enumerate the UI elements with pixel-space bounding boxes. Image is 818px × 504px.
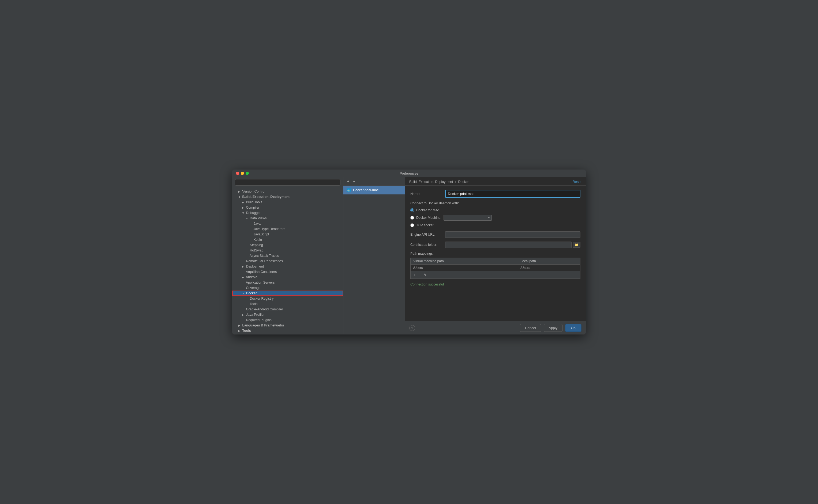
close-button[interactable] — [236, 172, 239, 175]
path-mappings-label: Path mappings: — [410, 252, 580, 255]
middle-toolbar: + − — [343, 177, 405, 186]
right-panel: Build, Execution, Deployment › Docker Re… — [405, 177, 586, 334]
radio-tcp-socket[interactable] — [410, 223, 414, 227]
vm-path-value: /Users — [411, 265, 518, 271]
mappings-table: Virtual machine path Local path /Users /… — [410, 258, 580, 271]
add-mapping-button[interactable]: + — [412, 272, 416, 277]
engine-api-label: Engine API URL: — [410, 233, 445, 236]
tree-item-java-type-renderers[interactable]: ▶ Java Type Renderers — [232, 226, 343, 232]
settings-tree: ▶ Version Control ▼ Build, Execution, De… — [232, 188, 343, 334]
breadcrumb-current: Docker — [458, 180, 469, 184]
right-header: Build, Execution, Deployment › Docker Re… — [405, 177, 586, 186]
tree-item-tools-docker[interactable]: ▶ Tools — [232, 301, 343, 307]
search-input[interactable] — [235, 179, 340, 186]
tree-item-arquillian[interactable]: ▶ Arquillian Containers — [232, 269, 343, 274]
tree-item-debugger[interactable]: ▼ Debugger — [232, 210, 343, 216]
tree-item-languages-frameworks[interactable]: ▶ Languages & Frameworks — [232, 323, 343, 328]
add-docker-button[interactable]: + — [346, 179, 350, 184]
tree-item-deployment[interactable]: ▶ Deployment — [232, 264, 343, 269]
maximize-button[interactable] — [246, 172, 249, 175]
mappings-toolbar: + − ✎ — [410, 271, 580, 279]
radio-label-tcp-socket: TCP socket — [416, 223, 433, 227]
mapping-row: /Users /Users — [411, 265, 580, 271]
tree-item-gradle-android[interactable]: ▶ Gradle-Android Compiler — [232, 307, 343, 312]
tree-item-javascript[interactable]: ▶ JavaScript — [232, 232, 343, 237]
tree-item-required-plugins[interactable]: ▶ Required Plugins — [232, 317, 343, 323]
remove-docker-button[interactable]: − — [352, 179, 356, 184]
tree-item-docker-registry[interactable]: ▶ Docker Registry — [232, 296, 343, 301]
tree-item-stepping[interactable]: ▶ Stepping — [232, 242, 343, 248]
remove-mapping-button[interactable]: − — [418, 272, 422, 277]
edit-mapping-button[interactable]: ✎ — [423, 272, 428, 277]
radio-label-docker-mac: Docker for Mac — [416, 208, 439, 212]
vm-path-header: Virtual machine path — [411, 258, 518, 265]
radio-docker-machine[interactable] — [410, 216, 414, 220]
radio-docker-mac[interactable] — [410, 208, 414, 212]
help-button[interactable]: ? — [409, 325, 415, 331]
tree-item-build-execution[interactable]: ▼ Build, Execution, Deployment — [232, 194, 343, 200]
reset-button[interactable]: Reset — [572, 180, 581, 184]
local-path-value: /Users — [518, 265, 580, 271]
cancel-button[interactable]: Cancel — [520, 324, 541, 332]
minimize-button[interactable] — [241, 172, 244, 175]
radio-group: Docker for Mac Docker Machine: — [410, 208, 580, 227]
path-mappings-section: Path mappings: Virtual machine path Loca… — [410, 252, 580, 279]
connection-status: Connection successful — [410, 283, 580, 286]
local-path-header: Local path — [518, 258, 580, 265]
tree-item-docker[interactable]: ▼ Docker — [232, 291, 343, 296]
tree-item-remote-jar[interactable]: ▶ Remote Jar Repositories — [232, 258, 343, 264]
tree-item-java-profiler[interactable]: ▶ Java Profiler — [232, 312, 343, 317]
tree-item-java[interactable]: ▶ Java — [232, 221, 343, 226]
bottom-bar: ? Cancel Apply OK — [405, 321, 586, 334]
tree-item-build-tools[interactable]: ▶ Build Tools — [232, 200, 343, 205]
ok-button[interactable]: OK — [565, 324, 581, 332]
radio-row-docker-mac: Docker for Mac — [410, 208, 580, 212]
left-panel: ▶ Version Control ▼ Build, Execution, De… — [232, 177, 343, 334]
docker-entry-name: Docker-pdai-mac — [353, 188, 378, 192]
engine-api-row: Engine API URL: — [410, 231, 580, 238]
breadcrumb-parent: Build, Execution, Deployment — [409, 180, 453, 184]
tree-item-hotswap[interactable]: ▶ HotSwap — [232, 248, 343, 253]
right-content: Name: Connect to Docker daemon with: Doc… — [405, 186, 586, 321]
certificates-label: Certificates folder: — [410, 243, 445, 247]
docker-machine-select[interactable] — [444, 215, 492, 221]
tree-item-compiler[interactable]: ▶ Compiler — [232, 205, 343, 210]
name-label: Name: — [410, 192, 445, 196]
connect-section-label: Connect to Docker daemon with: — [410, 201, 580, 205]
tree-item-kotlin[interactable]: ▶ Kotlin — [232, 237, 343, 242]
dialog-body: ▶ Version Control ▼ Build, Execution, De… — [232, 177, 586, 334]
certificates-folder-button[interactable]: 📁 — [573, 242, 580, 248]
tree-item-android[interactable]: ▶ Android — [232, 274, 343, 280]
tree-item-coverage[interactable]: ▶ Coverage — [232, 285, 343, 291]
certificates-input[interactable] — [445, 242, 572, 248]
breadcrumb-separator: › — [455, 180, 456, 184]
title-bar: Preferences — [232, 170, 586, 177]
traffic-lights — [236, 172, 249, 175]
name-row: Name: — [410, 190, 580, 198]
apply-button[interactable]: Apply — [544, 324, 563, 332]
tree-item-async-stack[interactable]: ▶ Async Stack Traces — [232, 253, 343, 258]
preferences-dialog: Preferences ▶ Version Control ▼ Build, E… — [232, 170, 586, 334]
docker-icon: 🐳 — [347, 188, 351, 192]
docker-machine-select-wrapper — [444, 215, 492, 221]
tree-item-version-control[interactable]: ▶ Version Control — [232, 189, 343, 194]
name-input[interactable] — [445, 190, 580, 198]
docker-entry-item[interactable]: 🐳 Docker-pdai-mac — [343, 186, 405, 194]
certificates-row: Certificates folder: 📁 — [410, 242, 580, 248]
tree-item-application-servers[interactable]: ▶ Application Servers — [232, 280, 343, 285]
tree-item-tools-parent[interactable]: ▶ Tools — [232, 328, 343, 333]
search-bar — [232, 177, 343, 188]
radio-row-tcp-socket: TCP socket — [410, 223, 580, 227]
radio-row-docker-machine: Docker Machine: — [410, 215, 580, 221]
radio-label-docker-machine: Docker Machine: — [416, 216, 441, 220]
tree-item-data-views[interactable]: ▼ Data Views — [232, 216, 343, 221]
middle-panel: + − 🐳 Docker-pdai-mac — [343, 177, 405, 334]
engine-api-input[interactable] — [445, 231, 580, 238]
breadcrumb: Build, Execution, Deployment › Docker — [409, 180, 469, 184]
dialog-title: Preferences — [400, 171, 418, 175]
